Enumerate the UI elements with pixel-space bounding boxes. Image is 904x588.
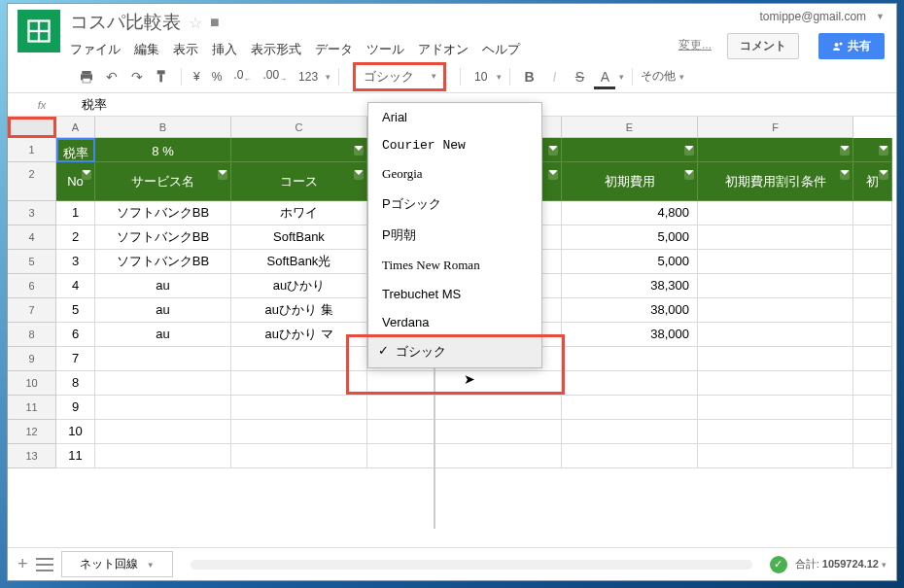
cell[interactable]: au <box>95 274 231 298</box>
cell[interactable]: 6 <box>56 323 95 347</box>
cell[interactable]: 9 <box>56 396 95 420</box>
font-option[interactable]: ゴシック <box>368 336 541 367</box>
share-button[interactable]: 共有 <box>818 33 885 59</box>
quicksum[interactable]: 合計: 1059724.12 ▾ <box>795 557 887 571</box>
cell[interactable] <box>698 274 853 298</box>
table-header[interactable]: 初 <box>853 162 892 201</box>
row-header[interactable]: 2 <box>8 162 56 201</box>
cell[interactable] <box>95 420 231 444</box>
cell[interactable] <box>853 323 892 347</box>
comment-button[interactable]: コメント <box>727 33 799 59</box>
cell[interactable]: 38,300 <box>562 274 698 298</box>
cell[interactable]: au <box>95 298 231 323</box>
num-format-button[interactable]: 123 <box>295 70 322 84</box>
cell[interactable]: 1 <box>56 201 95 225</box>
cell[interactable] <box>231 138 367 162</box>
cell[interactable] <box>698 201 853 225</box>
table-header[interactable]: サービス名 <box>95 162 231 201</box>
cell[interactable]: 4 <box>56 274 95 298</box>
folder-icon[interactable]: ■ <box>210 14 220 31</box>
textcolor-caret-icon[interactable]: ▾ <box>619 72 624 82</box>
cell[interactable] <box>698 323 853 347</box>
cell[interactable] <box>367 444 562 468</box>
cell[interactable]: 38,000 <box>562 323 698 347</box>
cell[interactable] <box>562 347 698 371</box>
cell[interactable] <box>95 347 231 371</box>
cell[interactable] <box>95 444 231 468</box>
status-check-icon[interactable]: ✓ <box>770 556 787 573</box>
cell[interactable]: 5,000 <box>562 250 698 274</box>
sheet-tab[interactable]: ネット回線 ▼ <box>61 551 173 577</box>
cell[interactable]: 8 <box>56 371 95 396</box>
cell[interactable] <box>853 444 892 468</box>
row-header[interactable]: 7 <box>8 298 56 323</box>
cell[interactable]: auひかり <box>231 274 367 298</box>
cell[interactable]: 4,800 <box>562 201 698 225</box>
cell[interactable] <box>231 444 367 468</box>
horizontal-scrollbar[interactable] <box>191 560 752 570</box>
cell[interactable] <box>95 396 231 420</box>
user-caret-icon[interactable]: ▼ <box>876 12 885 21</box>
col-header-B[interactable]: B <box>95 117 231 138</box>
font-option[interactable]: Times New Roman <box>368 251 541 280</box>
cell[interactable] <box>698 138 853 162</box>
cell[interactable] <box>562 396 698 420</box>
cell[interactable] <box>698 420 853 444</box>
font-option[interactable]: Trebuchet MS <box>368 280 541 308</box>
col-header-C[interactable]: C <box>231 117 367 138</box>
cell[interactable] <box>853 250 892 274</box>
font-option[interactable]: Verdana <box>368 308 541 336</box>
cell[interactable] <box>853 225 892 250</box>
cell[interactable] <box>698 444 853 468</box>
italic-button[interactable]: I <box>543 66 565 87</box>
menu-編集[interactable]: 編集 <box>134 41 159 58</box>
cell[interactable]: auひかり マ <box>231 323 367 347</box>
font-option[interactable]: Georgia <box>368 159 541 189</box>
cell[interactable] <box>367 420 562 444</box>
paint-format-icon[interactable] <box>152 66 173 87</box>
cell[interactable]: 7 <box>56 347 95 371</box>
changes-link[interactable]: 変更... <box>678 37 712 53</box>
select-all-corner[interactable] <box>8 117 56 138</box>
row-header[interactable]: 3 <box>8 201 56 225</box>
cell-tax-label[interactable]: 税率 <box>56 138 95 162</box>
menu-アドオン[interactable]: アドオン <box>418 41 469 58</box>
col-header-E[interactable]: E <box>562 117 698 138</box>
bold-button[interactable]: B <box>518 66 539 87</box>
cell[interactable]: ソフトバンクBB <box>95 201 231 225</box>
sheets-logo[interactable] <box>17 10 60 52</box>
cell[interactable]: 10 <box>56 420 95 444</box>
cell[interactable]: au <box>95 323 231 347</box>
cell[interactable]: 38,000 <box>562 298 698 323</box>
text-color-button[interactable]: A <box>594 66 615 87</box>
menu-挿入[interactable]: 挿入 <box>212 41 237 58</box>
menu-表示形式[interactable]: 表示形式 <box>251 41 301 58</box>
row-header[interactable]: 8 <box>8 323 56 347</box>
cell[interactable]: ソフトバンクBB <box>95 225 231 250</box>
col-header-A[interactable]: A <box>56 117 95 138</box>
print-icon[interactable] <box>76 66 97 87</box>
menu-表示[interactable]: 表示 <box>173 41 198 58</box>
other-button[interactable]: その他 <box>641 68 676 85</box>
cell[interactable] <box>698 396 853 420</box>
cell[interactable] <box>853 201 892 225</box>
cell[interactable] <box>698 298 853 323</box>
cell[interactable] <box>562 444 698 468</box>
cell[interactable] <box>698 250 853 274</box>
cell[interactable] <box>698 225 853 250</box>
row-header[interactable]: 13 <box>8 444 56 468</box>
menu-ファイル[interactable]: ファイル <box>70 41 121 58</box>
cell[interactable]: 5 <box>56 298 95 323</box>
cell[interactable] <box>698 371 853 396</box>
table-header[interactable]: 初期費用割引条件 <box>698 162 853 201</box>
currency-button[interactable]: ¥ <box>190 70 204 84</box>
cell[interactable] <box>853 298 892 323</box>
cell[interactable]: 11 <box>56 444 95 468</box>
undo-icon[interactable]: ↶ <box>101 66 122 87</box>
percent-button[interactable]: % <box>208 70 226 84</box>
star-icon[interactable]: ☆ <box>189 14 202 32</box>
row-header[interactable]: 11 <box>8 396 56 420</box>
cell[interactable] <box>231 420 367 444</box>
cell[interactable] <box>853 396 892 420</box>
cell[interactable]: auひかり 集 <box>231 298 367 323</box>
